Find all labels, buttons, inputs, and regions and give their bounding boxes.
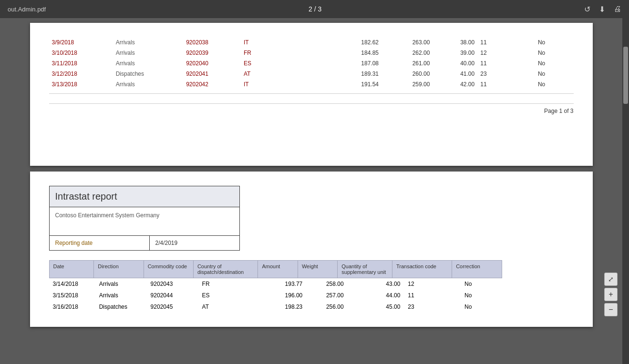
cell-ref: 9202040 [183,58,241,69]
cell-direction: Dispatches [95,301,147,313]
cell-weight: 262.00 [382,48,433,58]
cell-qty: 39.00 [433,48,477,58]
cell-txn: 12 [404,278,419,290]
cell-direction: Dispatches [113,69,184,79]
cell-country: ES [198,290,265,301]
refresh-icon[interactable]: ↺ [584,5,590,14]
zoom-out-button[interactable]: − [604,303,618,316]
cell-date: 3/14/2018 [49,278,95,290]
cell-date: 3/15/2018 [49,290,95,301]
cell-qty: 40.00 [433,58,477,69]
cell-txn: 12 [477,48,496,58]
cell-correction: No [535,48,574,58]
scrollbar-thumb[interactable] [623,47,628,104]
cell-qty: 41.00 [433,69,477,79]
cell-country: ES [241,58,279,69]
cell-qty: 43.00 [348,278,404,290]
table-row: 3/14/2018 Arrivals 9202043 FR 193.77 258… [49,278,502,290]
cell-amount: 198.23 [265,301,306,313]
reporting-date-label: Reporting date [50,236,150,250]
table-row: 3/16/2018 Dispatches 9202045 AT 198.23 2… [49,301,502,313]
cell-date: 3/11/2018 [49,58,113,69]
cell-ref: 9202045 [147,301,198,313]
content-area[interactable]: 3/9/2018 Arrivals 9202038 IT 182.62 263.… [0,18,622,364]
cell-country: AT [198,301,265,313]
cell-txn: 11 [477,58,496,69]
cell-weight: 260.00 [382,69,433,79]
cell-txn: 11 [404,290,419,301]
column-header: Correction [452,261,502,278]
cell-weight: 261.00 [382,58,433,69]
column-header: Commodity code [144,261,193,278]
cell-direction: Arrivals [95,278,147,290]
reporting-date-value: 2/4/2019 [150,236,184,250]
cell-country: IT [241,79,279,90]
table-row: 3/15/2018 Arrivals 9202044 ES 196.00 257… [49,290,502,301]
report-title: Intrastat report [50,186,239,207]
cell-date: 3/13/2018 [49,79,113,90]
company-name: Contoso Entertainment System Germany [50,207,239,236]
cell-ref: 9202043 [147,278,198,290]
scrollbar-track[interactable] [622,18,629,364]
table-row: 3/12/2018 Dispatches 9202041 AT 189.31 2… [49,69,574,79]
pdf-page-2: Intrastat report Contoso Entertainment S… [30,172,593,327]
table-row: 3/11/2018 Arrivals 9202040 ES 187.08 261… [49,58,574,69]
cell-correction: No [535,69,574,79]
cell-amount: 193.77 [265,278,306,290]
column-header: Country of dispatch/destination [193,261,258,278]
cell-txn: 11 [477,79,496,90]
cell-direction: Arrivals [113,37,184,48]
cell-amount: 189.31 [330,69,382,79]
toolbar: out.Admin.pdf 2 / 3 ↺ ⬇ 🖨 [0,0,629,18]
pdf-page-1: 3/9/2018 Arrivals 9202038 IT 182.62 263.… [30,23,593,166]
cell-correction: No [535,37,574,48]
cell-ref: 9202039 [183,48,241,58]
report-header-box: Intrastat report Contoso Entertainment S… [49,186,240,251]
cell-amount: 187.08 [330,58,382,69]
cell-date: 3/12/2018 [49,69,113,79]
page-footer: Page 1 of 3 [49,103,574,114]
page-number: Page 1 of 3 [544,108,573,114]
cell-correction: No [535,79,574,90]
cell-direction: Arrivals [113,48,184,58]
download-icon[interactable]: ⬇ [599,5,605,14]
main-area: 3/9/2018 Arrivals 9202038 IT 182.62 263.… [0,18,629,364]
cell-qty: 44.00 [348,290,404,301]
cell-amount: 182.62 [330,37,382,48]
column-headers-table: DateDirectionCommodity codeCountry of di… [49,260,502,278]
page-indicator: 2 / 3 [309,5,321,13]
cell-correction: No [461,301,502,313]
column-header: Amount [258,261,298,278]
column-header: Weight [298,261,337,278]
cell-txn: 23 [477,69,496,79]
cell-weight: 263.00 [382,37,433,48]
cell-country: FR [198,278,265,290]
cell-ref: 9202038 [183,37,241,48]
cell-country: AT [241,69,279,79]
cell-qty: 38.00 [433,37,477,48]
cell-direction: Arrivals [95,290,147,301]
cell-correction: No [461,290,502,301]
table-row: 3/13/2018 Arrivals 9202042 IT 191.54 259… [49,79,574,90]
print-icon[interactable]: 🖨 [614,5,621,14]
table-row: 3/9/2018 Arrivals 9202038 IT 182.62 263.… [49,37,574,48]
column-header: Date [49,261,94,278]
cell-date: 3/16/2018 [49,301,95,313]
cell-weight: 256.00 [306,301,347,313]
zoom-in-button[interactable]: + [604,288,618,301]
cell-amount: 196.00 [265,290,306,301]
cell-qty: 42.00 [433,79,477,90]
cell-ref: 9202041 [183,69,241,79]
cell-correction: No [461,278,502,290]
column-header: Quantity of supplementary unit [338,261,392,278]
cell-direction: Arrivals [113,58,184,69]
cell-country: IT [241,37,279,48]
cell-txn: 23 [404,301,419,313]
cell-ref: 9202044 [147,290,198,301]
cell-date: 3/9/2018 [49,37,113,48]
toolbar-actions: ↺ ⬇ 🖨 [584,5,621,14]
zoom-expand-button[interactable]: ⤢ [604,273,618,286]
cell-weight: 259.00 [382,79,433,90]
cell-ref: 9202042 [183,79,241,90]
page1-data-table: 3/9/2018 Arrivals 9202038 IT 182.62 263.… [49,37,574,90]
